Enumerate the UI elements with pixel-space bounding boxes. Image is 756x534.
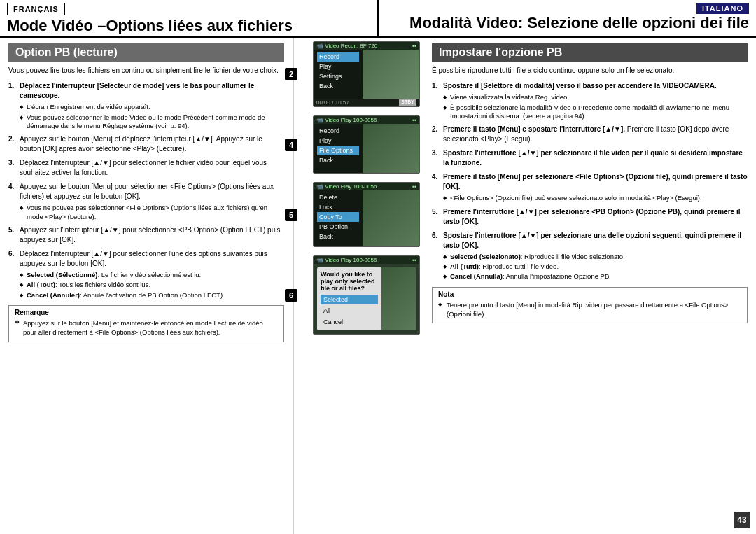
title-left: Mode Vidéo –Options liées aux fichiers (7, 17, 370, 35)
menu-play-2[interactable]: Play (317, 62, 359, 71)
screenshot-5: 5 📹 Video Play 100-0056 ▪▪ Delete Lock C… (298, 182, 420, 247)
step-3: 3. Déplacez l'interrupteur [▲/▼] pour sé… (8, 158, 284, 178)
step-badge-5: 5 (285, 209, 298, 221)
step-2: 2. Appuyez sur le bouton [Menu] et dépla… (8, 134, 284, 154)
lang-badge-italian: ITALIANO (696, 3, 749, 14)
right-column: Impostare l'opzione PB È possibile ripro… (424, 38, 756, 534)
step-1: 1. Déplacez l'interrupteur [Sélecteur de… (8, 81, 284, 130)
page-number: 43 (734, 512, 750, 528)
r-step-1: 1. Spostare il [Selettore di modalità] v… (432, 81, 748, 120)
camera-screen-6: 📹 Video Play 100-0056 ▪▪ Would you like … (313, 255, 420, 335)
menu-record-2[interactable]: Record (317, 52, 359, 62)
header-left: FRANÇAIS Mode Vidéo –Options liées aux f… (0, 0, 379, 36)
remarque-box: Remarque Appuyez sur le bouton [Menu] et… (8, 305, 284, 342)
step-6: 6. Déplacez l'interrupteur [▲/▼] pour sé… (8, 249, 284, 300)
screenshot-2: 2 📹 Video Recor.. 8F 720 ▪▪ Record Play … (298, 41, 420, 107)
menu-delete-5[interactable]: Delete (317, 192, 359, 202)
main-content: Option PB (lecture) Vous pouvez lire tou… (0, 38, 756, 534)
header-right: ITALIANO Modalità Video: Selezione delle… (379, 0, 756, 36)
r-step-6: 6. Spostare l'interruttore [▲/▼] per sel… (432, 231, 748, 281)
step-badge-4: 4 (285, 139, 298, 151)
step-badge-2: 2 (285, 68, 298, 80)
lang-badge-french: FRANÇAIS (7, 3, 65, 15)
dialog-opt-selected[interactable]: Selected (321, 295, 378, 304)
screenshot-6: 6 📹 Video Play 100-0056 ▪▪ Would you lik… (298, 255, 420, 335)
header: FRANÇAIS Mode Vidéo –Options liées aux f… (0, 0, 756, 38)
menu-lock-5[interactable]: Lock (317, 202, 359, 212)
r-step-2: 2. Premere il tasto [Menu] e spostare l'… (432, 125, 748, 144)
step-4: 4. Appuyez sur le bouton [Menu] pour sél… (8, 182, 284, 221)
dialog-opt-cancel[interactable]: Cancel (321, 317, 378, 327)
nota-box: Nota Tenere premuto il tasto [Menu] in m… (432, 287, 748, 324)
right-intro: È possibile riprodurre tutti i file a ci… (432, 66, 748, 76)
camera-screen-4: 📹 Video Play 100-0056 ▪▪ Record Play Fil… (313, 115, 420, 174)
right-steps: 1. Spostare il [Selettore di modalità] v… (432, 81, 748, 281)
menu-back-5[interactable]: Back (317, 232, 359, 241)
step-badge-6: 6 (285, 289, 298, 302)
screenshots-panel: 2 📹 Video Recor.. 8F 720 ▪▪ Record Play … (294, 38, 424, 534)
camera-screen-2: 📹 Video Recor.. 8F 720 ▪▪ Record Play Se… (313, 41, 420, 107)
menu-back-4[interactable]: Back (317, 155, 359, 165)
remarque-title: Remarque (15, 309, 278, 316)
r-step-3: 3. Spostare l'interruttore [▲/▼] per sel… (432, 148, 748, 168)
title-right: Modalità Video: Selezione delle opzioni … (410, 14, 749, 32)
r-step-4: 4. Premere il tasto [Menu] per seleziona… (432, 172, 748, 202)
menu-copyto-5[interactable]: Copy To (317, 212, 359, 222)
menu-back-2[interactable]: Back (317, 81, 359, 91)
menu-play-4[interactable]: Play (317, 136, 359, 146)
screenshot-4: 4 📹 Video Play 100-0056 ▪▪ Record Play F… (298, 115, 420, 174)
left-column: Option PB (lecture) Vous pouvez lire tou… (0, 38, 294, 534)
menu-settings-2[interactable]: Settings (317, 71, 359, 81)
left-section-title: Option PB (lecture) (8, 43, 284, 62)
right-section-title: Impostare l'opzione PB (432, 43, 748, 62)
r-step-5: 5. Premere l'interruttore [▲/▼] per sele… (432, 207, 748, 227)
left-steps: 1. Déplacez l'interrupteur [Sélecteur de… (8, 81, 284, 300)
remarque-text: Appuyez sur le bouton [Menu] et maintene… (15, 318, 278, 337)
left-intro: Vous pouvez lire tous les fichiers en co… (8, 66, 284, 76)
nota-text: Tenere premuto il tasto [Menu] in modali… (438, 300, 741, 319)
nota-title: Nota (438, 290, 741, 298)
camera-screen-5: 📹 Video Play 100-0056 ▪▪ Delete Lock Cop… (313, 182, 420, 247)
dialog-opt-all[interactable]: All (321, 306, 378, 316)
page: FRANÇAIS Mode Vidéo –Options liées aux f… (0, 0, 756, 534)
menu-record-4[interactable]: Record (317, 126, 359, 136)
menu-pboption-5[interactable]: PB Option (317, 222, 359, 232)
step-5: 5. Appuyez sur l'interrupteur [▲/▼] pour… (8, 225, 284, 245)
dialog-question: Would you like to play only selected fil… (321, 271, 378, 292)
menu-fileoptions-4[interactable]: File Options (317, 146, 359, 155)
